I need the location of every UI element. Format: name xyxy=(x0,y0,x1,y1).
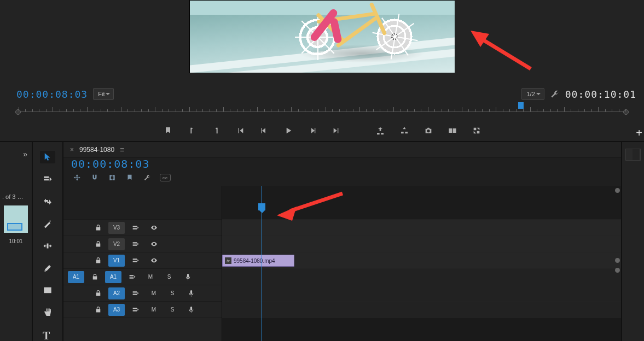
clip-fx-badge: fx xyxy=(225,257,231,264)
toggle-proxy-button[interactable] xyxy=(471,125,483,137)
svg-line-0 xyxy=(480,38,531,69)
linked-selection-icon[interactable] xyxy=(107,173,117,183)
sequence-tool-row: cc xyxy=(72,173,171,183)
play-button[interactable] xyxy=(282,125,294,137)
rectangle-tool[interactable] xyxy=(40,284,55,297)
ripple-edit-tool[interactable] xyxy=(40,195,55,208)
razor-tool[interactable] xyxy=(40,217,55,230)
snap-icon[interactable] xyxy=(90,173,100,183)
add-marker-button[interactable] xyxy=(162,125,174,137)
right-panel-grid xyxy=(625,149,641,161)
zoom-fit-select[interactable]: Fit xyxy=(93,88,114,100)
monitor-scrubber[interactable] xyxy=(19,104,625,120)
track-v3-header[interactable]: V3 xyxy=(63,220,222,236)
timeline-clip[interactable]: fx 99584-1080.mp4 xyxy=(222,255,294,267)
add-marker-icon[interactable] xyxy=(125,173,135,183)
button-editor-plus[interactable]: + xyxy=(634,128,644,138)
mute-button[interactable]: M xyxy=(141,274,160,280)
nest-sequence-icon[interactable] xyxy=(72,173,82,183)
monitor-info-bar: 00:00:08:03 Fit 1/2 00:00:10:01 xyxy=(0,85,644,103)
pen-tool[interactable] xyxy=(40,262,55,274)
step-forward-button[interactable] xyxy=(306,125,318,137)
transport-bar xyxy=(0,120,644,141)
playhead[interactable] xyxy=(262,186,262,341)
track-lane-a1[interactable] xyxy=(222,269,621,285)
source-patch-a1[interactable]: A1 xyxy=(68,271,84,283)
track-label[interactable]: V3 xyxy=(108,222,125,234)
go-to-in-button[interactable] xyxy=(234,125,246,137)
track-lane-v3[interactable] xyxy=(222,220,621,236)
track-lock-icon[interactable] xyxy=(89,224,107,231)
bin-clip-thumb[interactable] xyxy=(4,205,28,233)
video-preview xyxy=(189,0,455,73)
sequence-tab-name[interactable]: 99584-1080 xyxy=(79,146,114,154)
monitor-playhead-timecode[interactable]: 00:00:08:03 xyxy=(16,89,88,100)
project-bin-panel: » . of 3 … 10:01 xyxy=(0,142,33,341)
comparison-view-button[interactable] xyxy=(446,125,459,137)
sequence-tab-menu-icon[interactable]: ≡ xyxy=(120,145,124,154)
tracks-area: V3 V2 V1 xyxy=(63,186,621,341)
mark-in-button[interactable] xyxy=(186,125,198,137)
captions-icon[interactable]: cc xyxy=(160,174,171,181)
track-canvas[interactable]: 00:00:10:0000:00:15:0000:00:20:0000:00:2… xyxy=(222,186,621,341)
slip-tool[interactable] xyxy=(40,240,55,252)
timeline-panel: × 99584-1080 ≡ 00:00:08:03 cc xyxy=(63,142,621,341)
zoom-dot-icon[interactable] xyxy=(615,268,620,273)
monitor-duration: 00:00:10:01 xyxy=(565,89,636,100)
step-back-button[interactable] xyxy=(258,125,270,137)
track-lane-v1[interactable]: fx 99584-1080.mp4 xyxy=(222,252,621,269)
svg-marker-1 xyxy=(471,31,489,47)
lift-button[interactable] xyxy=(374,125,386,137)
selection-tool[interactable] xyxy=(40,151,55,163)
track-a1-header[interactable]: A1 A1 M S xyxy=(63,269,222,285)
app-root: 00:00:08:03 Fit 1/2 00:00:10:01 xyxy=(0,0,644,341)
svg-rect-2 xyxy=(44,288,51,293)
type-tool[interactable]: T xyxy=(40,328,55,341)
track-a3-header[interactable]: A3 M S xyxy=(63,302,222,318)
annotation-arrow-top xyxy=(471,31,536,74)
hand-tool[interactable] xyxy=(40,307,55,319)
zoom-dot-icon[interactable] xyxy=(615,188,620,193)
sequence-tab-bar: × 99584-1080 ≡ xyxy=(63,142,621,157)
sequence-tab-close-icon[interactable]: × xyxy=(70,146,74,154)
tool-rail: T xyxy=(33,142,63,341)
export-frame-button[interactable] xyxy=(422,125,434,137)
lower-panels: » . of 3 … 10:01 T × 99584-1080 ≡ xyxy=(0,142,644,341)
mark-out-button[interactable] xyxy=(210,125,222,137)
track-v2-header[interactable]: V2 xyxy=(63,236,222,252)
track-v1-header[interactable]: V1 xyxy=(63,252,222,269)
track-lane-a3[interactable] xyxy=(222,302,621,318)
settings-wrench-icon[interactable] xyxy=(550,89,560,99)
track-visibility-icon[interactable] xyxy=(144,224,163,231)
zoom-dot-icon[interactable] xyxy=(615,258,620,263)
timeline-settings-icon[interactable] xyxy=(142,173,152,183)
clip-name: 99584-1080.mp4 xyxy=(234,258,275,264)
playhead-handle-icon[interactable] xyxy=(258,203,265,210)
track-select-tool[interactable] xyxy=(40,173,55,186)
panel-collapse-icon[interactable]: » xyxy=(23,150,27,158)
track-headers: V3 V2 V1 xyxy=(63,186,222,341)
go-to-out-button[interactable] xyxy=(330,125,343,137)
solo-button[interactable]: S xyxy=(160,274,178,280)
monitor-viewport[interactable] xyxy=(0,0,644,85)
extract-button[interactable] xyxy=(398,125,410,137)
track-lane-a2[interactable] xyxy=(222,285,621,302)
playback-resolution-select[interactable]: 1/2 xyxy=(521,88,544,100)
voiceover-icon[interactable] xyxy=(178,273,197,280)
bin-clip-duration: 10:01 xyxy=(9,238,22,244)
track-sync-lock-icon[interactable] xyxy=(126,224,144,231)
right-panel-sliver xyxy=(621,142,644,341)
track-lane-v2[interactable] xyxy=(222,236,621,252)
timeline-playhead-timecode[interactable]: 00:00:08:03 xyxy=(71,157,171,170)
sequence-header: 00:00:08:03 cc xyxy=(63,157,621,186)
track-a2-header[interactable]: A2 M S xyxy=(63,285,222,302)
program-monitor-panel: 00:00:08:03 Fit 1/2 00:00:10:01 xyxy=(0,0,644,142)
bin-item-count: . of 3 … xyxy=(0,193,32,200)
